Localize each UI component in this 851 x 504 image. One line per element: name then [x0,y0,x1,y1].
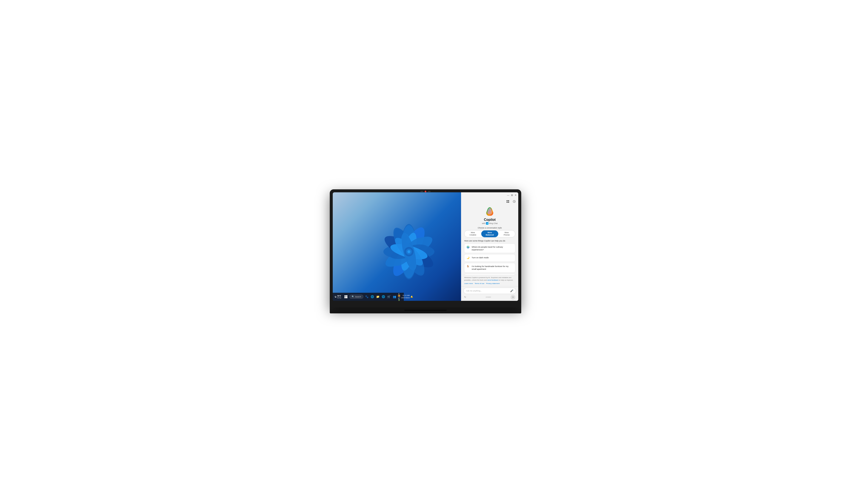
grid-view-button[interactable] [506,199,510,204]
minimize-button[interactable]: — [507,194,509,196]
taskbar-teams-icon: 👥 [393,295,396,298]
taskbar-icon-2[interactable]: 🌐 [370,295,375,299]
taskbar-icon-1[interactable]: 🐾 [365,295,369,299]
search-placeholder: Search [355,296,361,298]
taskbar-browser-icon: 🌐 [382,295,385,298]
history-button[interactable] [512,199,517,204]
style-buttons: MoreCreative MoreBalanced MorePrecise [464,230,515,237]
bing-logo: b [486,222,488,225]
taskbar-icon-5[interactable]: 🛒 [387,295,391,299]
terms-link[interactable]: Terms of use [475,282,485,285]
copilot-title: Copilot [484,218,495,222]
style-label: Choose a conversation style [464,227,515,229]
svg-rect-20 [507,202,508,203]
taskbar-icon-4[interactable]: 🌐 [381,295,385,299]
copilot-logo [485,206,495,217]
weather-widget[interactable]: 🌤 78°F Sunny [334,295,341,299]
windows-flower [349,201,461,301]
refresh-icon[interactable]: ↻ [464,296,466,299]
svg-point-17 [408,250,411,253]
maximize-button[interactable]: ⊞ [511,194,513,196]
suggestion-darkmode[interactable]: 🌙 Turn on dark mode [464,254,515,262]
taskbar-files-icon: 📁 [376,295,380,298]
suggestion-furniture[interactable]: 🪑 I'm looking for handmade furniture for… [464,263,515,272]
clock[interactable]: 11:11 AM 10/27/2023 [401,294,410,299]
suggestion-culinary-text: Where do people travel for culinary expe… [472,246,513,251]
search-icon: 🔍 [352,295,354,298]
close-button[interactable]: ✕ [515,194,517,196]
system-tray-icons: ▲ 📶 🔊 🔋 [398,292,400,301]
camera-sensor [420,191,423,192]
laptop-body: 🌤 78°F Sunny [330,190,521,307]
taskbar-center: 🔍 Search 🐾 🌐 📁 [344,295,397,299]
conversation-style-section: Choose a conversation style MoreCreative… [464,227,515,237]
style-balanced-button[interactable]: MoreBalanced [481,230,498,237]
copilot-panel: — ⊞ ✕ [461,192,518,301]
copilot-main: Copilot with b Bing Chat Choose a conver… [461,205,518,275]
input-box: Ask me anything... 🎤 [464,288,516,294]
copilot-input-area: Ask me anything... 🎤 ↻ 0/4000 ➤ [461,286,518,301]
learn-more-link[interactable]: Learn more [464,282,473,285]
svg-rect-19 [508,200,509,201]
taskbar-icon-6[interactable]: 👥 [392,295,397,299]
suggestion-darkmode-text: Turn on dark mode [472,256,489,259]
weather-icon: 🌤 [334,296,336,298]
copilot-logo-area: Copilot with b Bing Chat [482,206,497,225]
camera-indicator [424,191,427,192]
camera-sensor-2 [428,191,431,192]
chair-icon: 🪑 [467,265,470,269]
input-placeholder[interactable]: Ask me anything... [466,290,509,292]
disclaimer-text-2: to help us improve. [499,279,513,281]
taskbar-search[interactable]: 🔍 Search [349,295,364,299]
time-display: 11:11 AM [401,294,410,296]
svg-rect-18 [507,200,508,201]
suggestion-furniture-text: I'm looking for handmade furniture for m… [472,265,513,271]
copilot-disclaimer: Windows Copilot is powered by AI. Surpri… [461,275,518,286]
taskbar-store-icon: 🛒 [387,295,391,298]
globe-icon: 🌍 [467,246,470,249]
taskbar-right: ▲ 📶 🔊 🔋 11:11 AM 10/27/2023 🔔 [398,292,413,301]
privacy-link[interactable]: Privacy statement [486,282,500,285]
taskbar-widget-icon: 🌐 [370,295,374,298]
style-creative-button[interactable]: MoreCreative [465,230,481,237]
taskbar: 🌤 78°F Sunny [333,293,404,301]
laptop: 🌤 78°F Sunny [330,190,521,315]
copilot-toolbar [461,198,518,205]
mic-icon[interactable]: 🎤 [510,289,513,292]
suggestions-label: Here are some things Copilot can help yo… [464,239,515,242]
windows-logo [344,295,347,298]
svg-rect-21 [508,202,509,203]
input-bottom: ↻ 0/4000 ➤ [464,295,516,300]
laptop-bottom [330,307,521,313]
copilot-subtitle: with b Bing Chat [482,222,497,225]
send-icon: ➤ [512,296,514,299]
char-count: 0/4000 [486,296,491,298]
disclaimer-links: Learn more Terms of use Privacy statemen… [464,282,515,285]
moon-icon: 🌙 [467,256,470,260]
suggestion-culinary[interactable]: 🌍 Where do people travel for culinary ex… [464,244,515,253]
screen-bezel: 🌤 78°F Sunny [333,192,518,301]
notification-icon[interactable]: 🔔 [411,295,413,298]
start-button[interactable] [344,295,348,299]
history-icon [513,200,516,203]
send-button[interactable]: ➤ [511,295,515,300]
taskbar-app-icon: 🐾 [365,295,368,298]
copilot-titlebar: — ⊞ ✕ [461,192,518,198]
style-precise-button[interactable]: MorePrecise [498,230,515,237]
desktop-wallpaper: 🌤 78°F Sunny [333,192,461,301]
grid-icon [506,200,509,203]
screen-content: 🌤 78°F Sunny [333,192,518,301]
taskbar-icon-3[interactable]: 📁 [376,295,380,299]
date-display: 10/27/2023 [401,297,410,299]
send-feedback-link[interactable]: send feedback [487,279,499,281]
laptop-hinge [404,310,447,311]
weather-condition: Sunny [337,297,341,299]
weather-temp: 78°F [337,295,341,297]
camera-bar [420,191,431,192]
